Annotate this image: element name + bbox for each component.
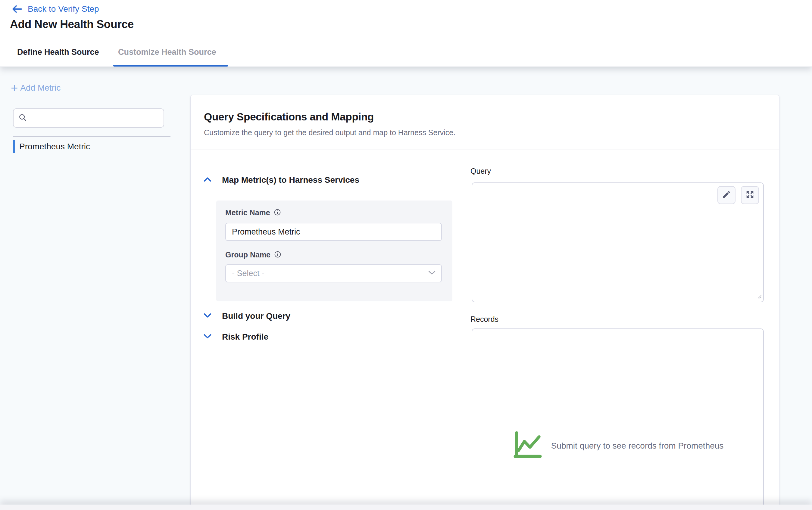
section-risk-profile-toggle[interactable]: Risk Profile xyxy=(203,332,268,342)
panel-subtitle: Customize the query to get the desired o… xyxy=(204,128,455,137)
metric-name-label-row: Metric Name xyxy=(225,208,281,217)
query-editor-box xyxy=(472,182,764,302)
selected-indicator-bar xyxy=(13,140,15,153)
info-icon[interactable] xyxy=(274,209,281,217)
map-metrics-card: Metric Name Group Name - Select - xyxy=(216,201,453,301)
metric-search-box xyxy=(13,109,164,128)
metric-name-label: Metric Name xyxy=(225,208,270,217)
panel-divider xyxy=(191,150,779,150)
back-to-verify-link[interactable]: Back to Verify Step xyxy=(11,4,99,14)
group-name-label-row: Group Name xyxy=(225,250,281,259)
line-chart-icon xyxy=(512,430,543,461)
fullscreen-icon xyxy=(746,190,754,200)
query-label: Query xyxy=(470,167,491,176)
info-icon[interactable] xyxy=(274,251,281,259)
sidebar-divider xyxy=(13,136,171,137)
tab-define-health-source[interactable]: Define Health Source xyxy=(17,48,99,57)
metric-search-input[interactable] xyxy=(31,114,164,123)
panel-title: Query Specifications and Mapping xyxy=(204,111,374,123)
group-name-label: Group Name xyxy=(225,250,270,259)
page-header: Back to Verify Step Add New Health Sourc… xyxy=(0,0,812,67)
active-tab-underline xyxy=(113,65,228,66)
arrow-left-icon xyxy=(11,4,22,13)
tab-customize-health-source[interactable]: Customize Health Source xyxy=(118,48,216,57)
back-link-label: Back to Verify Step xyxy=(28,4,99,14)
metric-name-input[interactable] xyxy=(225,223,442,241)
records-empty-text: Submit query to see records from Prometh… xyxy=(551,441,724,451)
pencil-icon xyxy=(722,190,731,200)
add-metric-label: Add Metric xyxy=(20,83,61,93)
section-label: Risk Profile xyxy=(222,332,268,342)
section-map-metrics-toggle[interactable]: Map Metric(s) to Harness Services xyxy=(203,175,359,185)
group-name-select[interactable]: - Select - xyxy=(225,264,442,282)
chevron-down-icon xyxy=(203,333,212,341)
records-label: Records xyxy=(470,315,498,324)
select-placeholder: - Select - xyxy=(232,269,264,278)
records-empty-state: Submit query to see records from Prometh… xyxy=(472,328,764,510)
expand-query-button[interactable] xyxy=(741,186,759,204)
bottom-bar xyxy=(0,505,812,510)
textarea-resize-handle[interactable] xyxy=(756,294,762,300)
chevron-down-icon xyxy=(428,270,436,277)
section-build-query-toggle[interactable]: Build your Query xyxy=(203,311,290,321)
chevron-up-icon xyxy=(203,176,212,184)
add-metric-button[interactable]: + Add Metric xyxy=(11,83,61,93)
sidebar-item-prometheus-metric[interactable]: Prometheus Metric xyxy=(13,140,90,154)
section-label: Build your Query xyxy=(222,311,290,321)
edit-query-button[interactable] xyxy=(718,186,735,204)
page-title: Add New Health Source xyxy=(10,18,134,31)
plus-icon: + xyxy=(11,83,18,93)
query-specifications-panel: Query Specifications and Mapping Customi… xyxy=(190,95,780,510)
search-icon xyxy=(18,113,27,123)
chevron-down-icon xyxy=(203,312,212,320)
section-label: Map Metric(s) to Harness Services xyxy=(222,175,359,185)
metric-item-label: Prometheus Metric xyxy=(19,142,90,151)
